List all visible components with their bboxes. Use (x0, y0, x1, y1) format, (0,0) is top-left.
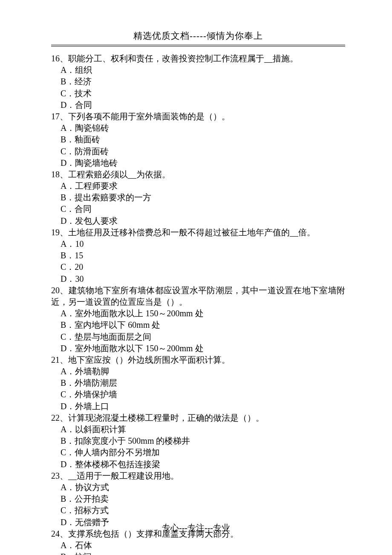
question-option: A．外墙勒脚 (51, 366, 345, 377)
question-option: C．合同 (51, 203, 345, 215)
page: 精选优质文档-----倾情为你奉上 16、职能分工、权利和责任，改善投资控制工作… (0, 0, 392, 555)
question-option: A．10 (51, 238, 345, 250)
question-option: C．垫层与地面面层之间 (51, 331, 345, 343)
header-text: 精选优质文档-----倾情为你奉上 (133, 31, 263, 41)
question-option: C．招标方式 (51, 505, 345, 516)
question-option: C．外墙保护墙 (51, 389, 345, 400)
question-option: D．合同 (51, 99, 345, 111)
question-stem: 23、__适用于一般工程建设用地。 (51, 470, 345, 482)
question-option: B．室内地坪以下 60mm 处 (51, 319, 345, 331)
question-option: D．整体楼梯不包括连接梁 (51, 459, 345, 470)
question-option: A．工程师要求 (51, 180, 345, 192)
content-body: 16、职能分工、权利和责任，改善投资控制工作流程属于__措施。A．组织B．经济C… (51, 53, 345, 555)
question-option: A．陶瓷锦砖 (51, 122, 345, 134)
question-option: B．扣除宽度小于 500mm 的楼梯井 (51, 435, 345, 447)
footer-text: 专心---专注---专业 (162, 523, 230, 532)
question-option: C．技术 (51, 88, 345, 99)
question-option: C．20 (51, 261, 345, 273)
question-option: D．发包人要求 (51, 215, 345, 227)
question-option: B．外墙防潮层 (51, 377, 345, 389)
question-option: A．石体 (51, 540, 345, 551)
question-stem: 18、工程索赔必须以__为依据。 (51, 169, 345, 180)
question-option: B．釉面砖 (51, 134, 345, 145)
question-stem: 17、下列各项不能用于室外墙面装饰的是（）。 (51, 111, 345, 122)
question-option: B．提出索赔要求的一方 (51, 192, 345, 203)
question-option: A．以斜面积计算 (51, 424, 345, 435)
question-stem: 16、职能分工、权利和责任，改善投资控制工作流程属于__措施。 (51, 53, 345, 64)
question-option: B．经济 (51, 76, 345, 87)
question-option: D．室外地面散水以下 150～200mm 处 (51, 343, 345, 354)
header-rule (51, 45, 345, 45)
question-stem: 22、计算现浇混凝土楼梯工程量时，正确的做法是（）。 (51, 412, 345, 424)
question-stem: 19、土地征用及迁移补偿费总和一般不得超过被征土地年产值的__倍。 (51, 227, 345, 238)
page-header: 精选优质文档-----倾情为你奉上 (51, 30, 345, 45)
question-option: A．组织 (51, 64, 345, 76)
question-option: D．外墙上口 (51, 401, 345, 412)
question-option: A．室外地面散水以上 150～200mm 处 (51, 308, 345, 319)
question-option: D．30 (51, 273, 345, 285)
question-option: C．防滑面砖 (51, 146, 345, 157)
question-option: B．柱间 (51, 551, 345, 555)
question-stem: 20、建筑物地下室所有墙体都应设置水平防潮层，其中一道设置在地下室墙附近，另一道… (51, 285, 345, 308)
question-option: B．15 (51, 250, 345, 261)
question-option: B．公开拍卖 (51, 493, 345, 505)
question-stem: 21、地下室应按（）外边线所围水平面积计算。 (51, 354, 345, 366)
question-option: A．协议方式 (51, 482, 345, 493)
question-option: C．伸人墙内部分不另增加 (51, 447, 345, 458)
page-footer: 专心---专注---专业 (0, 522, 392, 534)
question-option: D．陶瓷墙地砖 (51, 157, 345, 169)
